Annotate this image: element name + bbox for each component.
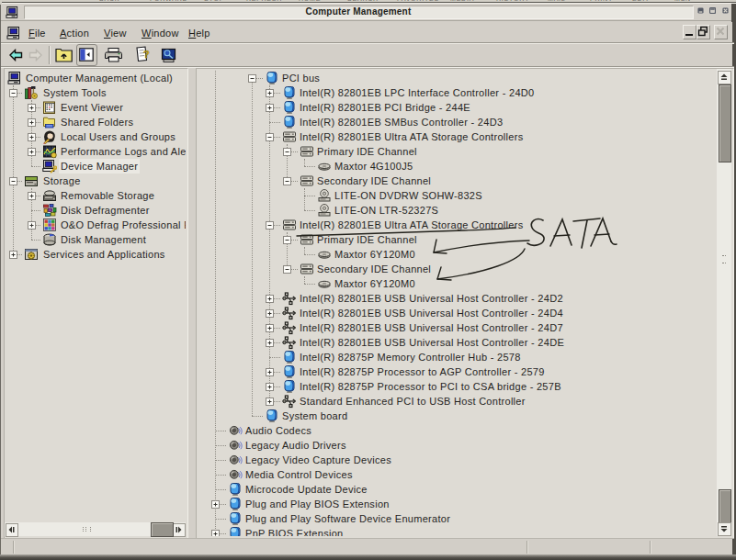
svg-text:?: ?	[143, 49, 150, 60]
